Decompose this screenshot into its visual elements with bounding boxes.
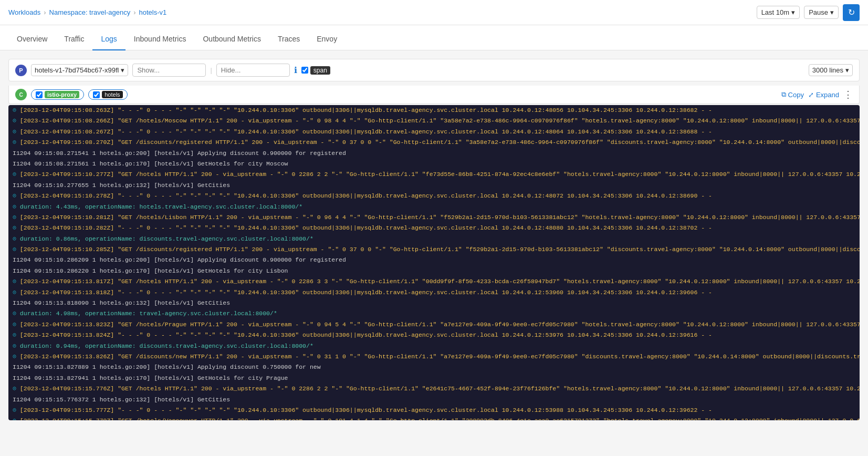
log-line: ⊙ duration: 4.98ms, operationName: trave…: [8, 308, 860, 319]
hide-input[interactable]: [216, 64, 290, 77]
log-icon: ⊙: [13, 331, 20, 338]
pod-select[interactable]: hotels-v1-7bd754bc67-x99fl ▾: [31, 64, 128, 76]
tab-traces[interactable]: Traces: [269, 28, 308, 50]
span-checkbox-wrap: span: [301, 66, 330, 75]
refresh-button[interactable]: ↻: [843, 4, 860, 21]
log-line: ⊙ [2023-12-04T09:15:15.776Z] "GET /hotel…: [8, 384, 860, 394]
copy-icon: ⧉: [781, 90, 786, 99]
expand-label: Expand: [816, 91, 839, 99]
log-icon: ⊙: [13, 278, 20, 285]
log-icon: ⊙: [13, 289, 20, 296]
refresh-icon: ↻: [848, 7, 855, 17]
log-line: ⊙ [2023-12-04T09:15:10.278Z] "- - -" 0 -…: [8, 191, 860, 201]
tab-logs[interactable]: Logs: [92, 28, 125, 50]
log-warn-text: [2023-12-04T09:15:15.776Z] "GET /hotels …: [20, 385, 860, 392]
log-info-text: I1204 09:15:13.827889 1 hotels.go:200] […: [13, 364, 321, 370]
tab-traffic[interactable]: Traffic: [56, 28, 92, 50]
time-chevron-icon: ▾: [791, 8, 795, 16]
log-icon: ⊙: [13, 246, 20, 253]
log-warn-text: [2023-12-04T09:15:15.779Z] "GET /hotels/…: [20, 417, 860, 420]
log-line: ⊙ [2023-12-04T09:15:10.277Z] "GET /hotel…: [8, 169, 860, 180]
expand-button[interactable]: ⤢ Expand: [808, 91, 839, 99]
time-label: Last 10m: [761, 8, 789, 16]
tab-overview[interactable]: Overview: [8, 28, 56, 50]
time-select[interactable]: Last 10m ▾: [757, 6, 800, 19]
chip-istio-proxy[interactable]: istio-proxy: [31, 89, 84, 100]
log-line: ⊙ [2023-12-04T09:15:08.267Z] "- - -" 0 -…: [8, 127, 860, 137]
log-icon: ⊙: [13, 192, 20, 199]
log-line: I1204 09:15:10.286209 1 hotels.go:200] […: [8, 255, 860, 265]
log-line: ⊙ [2023-12-04T09:15:15.779Z] "GET /hotel…: [8, 416, 860, 420]
log-icon: ⊙: [13, 343, 20, 349]
breadcrumb-sep-2: ›: [133, 8, 135, 16]
log-line: ⊙ [2023-12-04T09:15:13.824Z] "- - -" 0 -…: [8, 330, 860, 340]
log-warn-text: [2023-12-04T09:15:13.826Z] "GET /discoun…: [20, 353, 860, 360]
log-warn-text: [2023-12-04T09:15:08.263Z] "- - -" 0 - -…: [20, 107, 712, 113]
pause-label: Pause: [809, 8, 828, 16]
log-icon: ⊙: [13, 117, 20, 124]
log-info-text: I1204 09:15:08.271561 1 hotels.go:170] […: [13, 160, 288, 167]
log-line: ⊙ [2023-12-04T09:15:10.282Z] "- - -" 0 -…: [8, 223, 860, 233]
log-duration-text: duration: 0.94ms, operationName: discoun…: [20, 343, 313, 349]
log-duration-text: duration: 4.98ms, operationName: travel-…: [20, 310, 277, 317]
span-checkbox[interactable]: [301, 67, 308, 74]
log-icon: ⊙: [13, 353, 20, 360]
log-icon: ⊙: [13, 417, 20, 420]
log-line: ⊙ [2023-12-04T09:15:15.777Z] "- - -" 0 -…: [8, 405, 860, 416]
span-badge: span: [310, 66, 330, 75]
tab-outbound-metrics[interactable]: Outbound Metrics: [194, 28, 269, 50]
top-bar: Workloads › Namespace: travel-agency › h…: [0, 0, 868, 25]
log-warn-text: [2023-12-04T09:15:13.818Z] "- - -" 0 - -…: [20, 289, 712, 296]
log-icon: ⊙: [13, 224, 20, 231]
tab-nav: Overview Traffic Logs Inbound Metrics Ou…: [0, 25, 868, 50]
log-warn-text: [2023-12-04T09:15:10.277Z] "GET /hotels …: [20, 171, 860, 178]
action-buttons: ⧉ Copy ⤢ Expand ⋮: [781, 89, 853, 100]
log-line: I1204 09:15:08.271561 1 hotels.go:170] […: [8, 159, 860, 169]
chip-istio-proxy-label: istio-proxy: [45, 91, 79, 98]
log-duration-text: duration: 4.43ms, operationName: hotels.…: [20, 203, 302, 210]
chip-hotels[interactable]: hotels: [88, 89, 127, 100]
pod-badge: P: [15, 65, 27, 76]
breadcrumb-workloads[interactable]: Workloads: [8, 8, 40, 16]
lines-select[interactable]: 3000 lines ▾: [809, 64, 853, 76]
log-line: ⊙ [2023-12-04T09:15:13.818Z] "- - -" 0 -…: [8, 287, 860, 298]
log-warn-text: [2023-12-04T09:15:08.267Z] "- - -" 0 - -…: [20, 128, 712, 135]
log-line: ⊙ [2023-12-04T09:15:13.823Z] "GET /hotel…: [8, 319, 860, 330]
log-icon: ⊙: [13, 310, 20, 317]
copy-label: Copy: [788, 91, 804, 99]
show-input[interactable]: [132, 64, 206, 77]
log-line: ⊙ duration: 0.86ms, operationName: disco…: [8, 234, 860, 244]
log-icon: ⊙: [13, 171, 20, 178]
log-info-text: I1204 09:15:08.271541 1 hotels.go:200] […: [13, 150, 346, 157]
log-warn-text: [2023-12-04T09:15:08.266Z] "GET /hotels/…: [20, 117, 860, 124]
copy-button[interactable]: ⧉ Copy: [781, 90, 804, 99]
log-warn-text: [2023-12-04T09:15:08.270Z] "GET /discoun…: [20, 139, 860, 146]
log-info-text: I1204 09:15:15.776372 1 hotels.go:132] […: [13, 396, 230, 403]
expand-icon: ⤢: [808, 91, 814, 99]
log-warn-text: [2023-12-04T09:15:15.777Z] "- - -" 0 - -…: [20, 407, 712, 413]
chip-istio-proxy-checkbox[interactable]: [36, 91, 43, 98]
log-line: ⊙ [2023-12-04T09:15:08.270Z] "GET /disco…: [8, 137, 860, 148]
info-icon[interactable]: ℹ: [294, 65, 297, 75]
log-warn-text: [2023-12-04T09:15:10.278Z] "- - -" 0 - -…: [20, 192, 712, 199]
breadcrumb-namespace[interactable]: Namespace: travel-agency: [49, 8, 131, 16]
log-info-text: I1204 09:15:13.818090 1 hotels.go:132] […: [13, 299, 230, 306]
log-line: I1204 09:15:08.271541 1 hotels.go:200] […: [8, 148, 860, 159]
log-info-text: I1204 09:15:10.286220 1 hotels.go:170] […: [13, 267, 288, 274]
log-line: ⊙ duration: 0.94ms, operationName: disco…: [8, 341, 860, 351]
pause-select[interactable]: Pause ▾: [804, 6, 839, 19]
pod-chevron-icon: ▾: [121, 66, 124, 74]
log-icon: ⊙: [13, 235, 20, 242]
breadcrumb: Workloads › Namespace: travel-agency › h…: [8, 8, 166, 16]
log-icon: ⊙: [13, 321, 20, 328]
log-container[interactable]: ⊙ [2023-12-04T09:15:08.263Z] "- - -" 0 -…: [8, 105, 860, 420]
chip-hotels-checkbox[interactable]: [93, 91, 100, 98]
lines-chevron-icon: ▾: [845, 66, 849, 74]
log-line: I1204 09:15:10.277655 1 hotels.go:132] […: [8, 180, 860, 191]
log-duration-text: duration: 0.86ms, operationName: discoun…: [20, 235, 313, 242]
tab-envoy[interactable]: Envoy: [308, 28, 346, 50]
tab-inbound-metrics[interactable]: Inbound Metrics: [126, 28, 195, 50]
log-line: I1204 09:15:15.776372 1 hotels.go:132] […: [8, 395, 860, 405]
top-bar-right: Last 10m ▾ Pause ▾ ↻: [757, 4, 860, 21]
more-options-button[interactable]: ⋮: [843, 89, 853, 100]
